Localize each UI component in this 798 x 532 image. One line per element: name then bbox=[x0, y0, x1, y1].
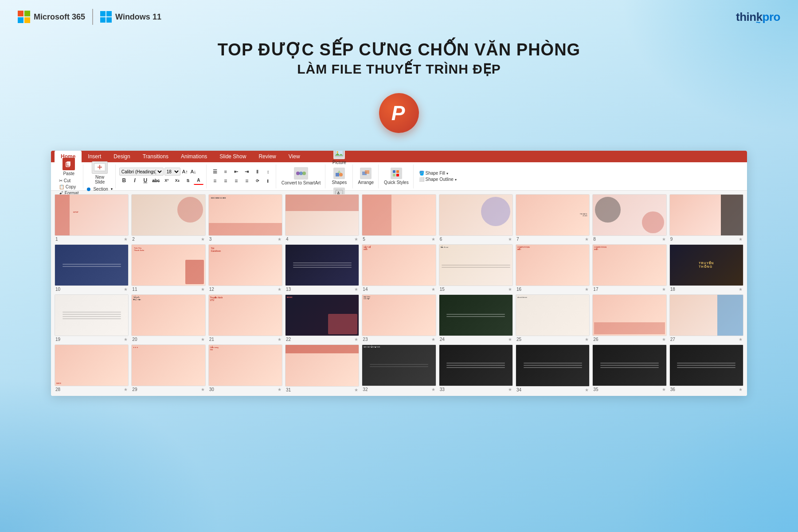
slide-thumb-11[interactable]: Tình YêuThanh Xuân bbox=[131, 244, 205, 286]
slide-thumb-12[interactable]: TôiCandicen bbox=[208, 244, 282, 286]
shapefill-small-group: 🪣 Shape Fill ▾ ⬜ Shape Outline ▾ bbox=[417, 170, 458, 182]
bold-button[interactable]: B bbox=[119, 176, 129, 185]
slide-thumb-31[interactable] bbox=[285, 344, 359, 386]
slide-thumb-24[interactable] bbox=[439, 294, 513, 336]
increase-indent-button[interactable]: ⇥ bbox=[242, 167, 252, 176]
tab-review[interactable]: Review bbox=[252, 151, 282, 162]
slide-num-12: 12 bbox=[209, 287, 214, 292]
slide-thumb-19[interactable] bbox=[55, 294, 129, 336]
align-center-button[interactable]: ≡ bbox=[221, 176, 231, 185]
align-right-button[interactable]: ≡ bbox=[231, 176, 241, 185]
font-decrease-icon[interactable]: A↓ bbox=[190, 168, 197, 175]
slide-num-3: 3 bbox=[209, 237, 212, 242]
slide-thumb-25[interactable]: about dance bbox=[516, 294, 590, 336]
slide-thumb-wrap-36: 36 ★ bbox=[669, 344, 743, 392]
cut-button[interactable]: ✂ Cut bbox=[57, 178, 80, 184]
slide-thumb-29[interactable]: ★★★ bbox=[131, 344, 205, 386]
font-size-select[interactable]: 18 bbox=[164, 168, 180, 176]
copy-button[interactable]: 📋 Copy bbox=[57, 184, 80, 190]
slide-deco-5 bbox=[362, 195, 435, 235]
slide-thumb-2[interactable] bbox=[131, 194, 205, 236]
subscript-button[interactable]: X₂ bbox=[172, 176, 182, 185]
tab-animations[interactable]: Animations bbox=[175, 151, 213, 162]
superscript-button[interactable]: X² bbox=[162, 176, 172, 185]
slide-thumb-27[interactable] bbox=[669, 294, 743, 336]
picture-button[interactable]: Picture bbox=[331, 151, 348, 166]
slide-thumb-9[interactable] bbox=[669, 194, 743, 236]
numbered-list-button[interactable]: ≡ bbox=[221, 167, 231, 176]
slide-thumb-30[interactable]: Cẩm nangGái bbox=[208, 344, 282, 386]
slide-thumb-21[interactable]: Truyền hìnhVTV bbox=[208, 294, 282, 336]
tab-slideshow[interactable]: Slide Show bbox=[213, 151, 252, 162]
section-button[interactable]: Section bbox=[91, 186, 110, 192]
paste-button[interactable]: Paste bbox=[61, 157, 77, 177]
slide-inner-29: ★★★ bbox=[132, 345, 205, 386]
slide-thumb-22[interactable]: MUSIC bbox=[285, 294, 359, 336]
slide-thumb-13[interactable] bbox=[285, 244, 359, 286]
circle-red-8 bbox=[642, 211, 664, 234]
slide-thumb-wrap-8: 8 ★ bbox=[592, 194, 666, 242]
slide-inner-35 bbox=[593, 345, 666, 386]
justify-button[interactable]: ≡ bbox=[242, 176, 252, 185]
lines-33 bbox=[446, 349, 505, 382]
slide-thumb-3[interactable]: HOC SINH 11 MOI bbox=[208, 194, 282, 236]
slide-thumb-5[interactable] bbox=[362, 194, 436, 236]
shape-fill-dropdown[interactable]: ▾ bbox=[446, 172, 448, 176]
slide-thumb-wrap-12: TôiCandicen 12 ★ bbox=[208, 244, 282, 292]
arrange-button[interactable]: Arrange bbox=[356, 167, 376, 186]
slide-thumb-26[interactable] bbox=[592, 294, 666, 336]
underline-button[interactable]: U bbox=[141, 176, 150, 185]
slide-thumb-17[interactable]: COMPETITIONMỚI bbox=[592, 244, 666, 286]
slide-thumb-10[interactable] bbox=[55, 244, 129, 286]
win11-q4 bbox=[106, 17, 112, 23]
tab-transitions[interactable]: Transitions bbox=[137, 151, 175, 162]
text-columns-button[interactable]: ⫿ bbox=[263, 176, 273, 185]
tab-view[interactable]: View bbox=[282, 151, 306, 162]
slide-thumb-7[interactable]: THE DAY IS20 JUN bbox=[516, 194, 590, 236]
convert-smartart-button[interactable]: Convert to SmartArt bbox=[280, 166, 322, 186]
lines-32 bbox=[370, 349, 428, 382]
slide-thumb-6[interactable] bbox=[439, 194, 513, 236]
slide-thumb-20[interactable]: Tổ chứclễ kỷ niệm bbox=[131, 294, 205, 336]
slide-num-10: 10 bbox=[55, 287, 60, 292]
svg-point-12 bbox=[339, 173, 343, 176]
l24b bbox=[446, 316, 505, 317]
bar-dark-9 bbox=[721, 195, 743, 235]
slide-thumb-1[interactable]: KPOP bbox=[55, 194, 129, 236]
quick-styles-button[interactable]: Quick Styles bbox=[382, 167, 411, 186]
decrease-indent-button[interactable]: ⇤ bbox=[231, 167, 241, 176]
slide-thumb-33[interactable] bbox=[439, 344, 513, 386]
slide-thumb-34[interactable] bbox=[516, 344, 590, 386]
font-family-select[interactable]: Calibri (Headings) bbox=[119, 168, 164, 176]
font-color-button[interactable]: A bbox=[194, 176, 203, 185]
slide-thumb-14[interactable]: GẶP VỢMỚI bbox=[362, 244, 436, 286]
slide-thumb-15[interactable]: Bản là vui bbox=[439, 244, 513, 286]
section-dropdown-icon[interactable]: ▾ bbox=[111, 187, 113, 191]
new-slide-button[interactable]: NewSlide bbox=[90, 160, 110, 185]
slide-thumb-28[interactable]: DANCE bbox=[55, 344, 129, 386]
slide-thumb-18[interactable]: TRUYỀNTHỐNG bbox=[669, 244, 743, 286]
shape-fill-button[interactable]: 🪣 Shape Fill ▾ bbox=[417, 170, 458, 176]
bullet-list-button[interactable]: ☰ bbox=[210, 167, 220, 176]
slide-thumb-23[interactable]: MÁY TÍNHGÓC RẸP bbox=[362, 294, 436, 336]
line-spacing-button[interactable]: ↕ bbox=[263, 167, 273, 176]
font-increase-icon[interactable]: A↑ bbox=[181, 168, 189, 175]
text-shadow-button[interactable]: S bbox=[183, 176, 193, 185]
l34a bbox=[524, 363, 582, 364]
text-12: TôiCandicen bbox=[211, 247, 221, 252]
shapes-button[interactable]: Shapes bbox=[330, 167, 348, 186]
l36c bbox=[677, 367, 735, 368]
columns-button[interactable]: ⫴ bbox=[253, 167, 262, 176]
slide-thumb-35[interactable] bbox=[592, 344, 666, 386]
text-direction-button[interactable]: ⟳ bbox=[253, 176, 262, 185]
align-left-button[interactable]: ≡ bbox=[210, 176, 220, 185]
shape-outline-button[interactable]: ⬜ Shape Outline ▾ bbox=[417, 176, 458, 182]
italic-button[interactable]: I bbox=[130, 176, 140, 185]
slide-thumb-32[interactable]: BÁO CÁO TỔNG KẾT 2023 bbox=[362, 344, 436, 386]
strikethrough-button[interactable]: abc bbox=[151, 176, 161, 185]
shape-outline-dropdown[interactable]: ▾ bbox=[455, 178, 457, 182]
slide-thumb-16[interactable]: COMPETITIONMỚI bbox=[516, 244, 590, 286]
slide-thumb-8[interactable] bbox=[592, 194, 666, 236]
slide-thumb-4[interactable] bbox=[285, 194, 359, 236]
slide-thumb-36[interactable] bbox=[669, 344, 743, 386]
